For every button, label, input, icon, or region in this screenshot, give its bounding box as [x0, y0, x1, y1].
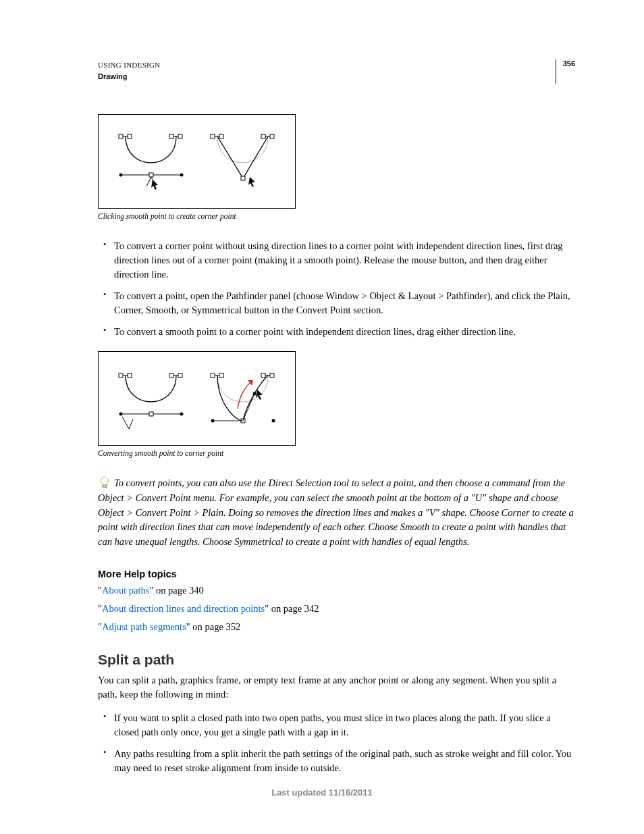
help-heading: More Help topics: [98, 569, 575, 579]
section-heading: Split a path: [98, 652, 575, 668]
svg-rect-13: [261, 134, 265, 138]
svg-rect-9: [149, 173, 153, 177]
figure-2-right-icon: [200, 361, 285, 436]
svg-point-35: [211, 419, 214, 423]
svg-rect-10: [211, 134, 215, 138]
svg-rect-4: [178, 134, 182, 138]
svg-point-25: [180, 413, 184, 416]
svg-point-7: [119, 174, 123, 177]
svg-rect-28: [219, 373, 223, 377]
doc-section: Drawing: [98, 71, 161, 82]
svg-point-24: [119, 413, 123, 416]
footer-updated: Last updated 11/16/2011: [0, 787, 644, 798]
svg-rect-21: [178, 373, 182, 377]
tip-text: To convert points, you can also use the …: [98, 476, 575, 550]
page-header: USING INDESIGN Drawing 356: [98, 59, 575, 84]
figure-1-caption: Clicking smooth point to create corner p…: [98, 212, 575, 220]
help-link-row: "About direction lines and direction poi…: [98, 603, 575, 615]
list-item: To convert a point, open the Pathfinder …: [98, 289, 575, 317]
bullet-list-1: To convert a corner point without using …: [98, 239, 575, 339]
svg-rect-30: [261, 373, 265, 377]
figure-2-caption: Converting smooth point to corner point: [98, 449, 575, 457]
svg-point-8: [180, 174, 184, 177]
figure-1-right-icon: [200, 124, 285, 199]
svg-point-38: [252, 392, 256, 396]
svg-rect-31: [270, 373, 274, 377]
help-link-row: "Adjust path segments" on page 352: [98, 621, 575, 633]
svg-rect-1: [128, 134, 132, 138]
bullet-list-2: If you want to split a closed path into …: [98, 711, 575, 775]
doc-title: USING INDESIGN: [98, 59, 161, 71]
help-link[interactable]: About paths: [102, 585, 149, 596]
tip-block: To convert points, you can also use the …: [98, 476, 575, 550]
help-suffix: " on page 342: [265, 603, 319, 614]
body-text: You can split a path, graphics frame, or…: [98, 673, 575, 702]
svg-rect-18: [128, 373, 132, 377]
figure-1-left-icon: [109, 124, 193, 199]
list-item: To convert a smooth point to a corner po…: [98, 325, 575, 339]
svg-rect-14: [270, 134, 274, 138]
help-link[interactable]: Adjust path segments: [102, 621, 186, 632]
list-item: If you want to split a closed path into …: [98, 711, 575, 739]
svg-rect-16: [241, 176, 245, 180]
page-number: 356: [556, 59, 575, 84]
figure-2-left-icon: [109, 361, 193, 436]
help-suffix: " on page 352: [186, 621, 240, 632]
svg-rect-20: [169, 373, 173, 377]
svg-point-36: [271, 419, 275, 423]
svg-line-37: [243, 394, 254, 421]
svg-rect-11: [219, 134, 223, 138]
svg-rect-3: [169, 134, 173, 138]
lightbulb-icon: [99, 476, 110, 497]
list-item: Any paths resulting from a split inherit…: [98, 747, 575, 775]
help-link-row: "About paths" on page 340: [98, 585, 575, 596]
header-left: USING INDESIGN Drawing: [98, 59, 161, 82]
figure-2: [98, 351, 296, 446]
svg-point-39: [101, 477, 109, 485]
svg-rect-17: [119, 373, 123, 377]
help-link[interactable]: About direction lines and direction poin…: [102, 603, 265, 614]
help-suffix: " on page 340: [149, 585, 203, 596]
svg-rect-0: [119, 134, 123, 138]
svg-rect-26: [149, 412, 153, 416]
list-item: To convert a corner point without using …: [98, 239, 575, 282]
figure-1: [98, 114, 296, 209]
svg-rect-27: [211, 373, 215, 377]
